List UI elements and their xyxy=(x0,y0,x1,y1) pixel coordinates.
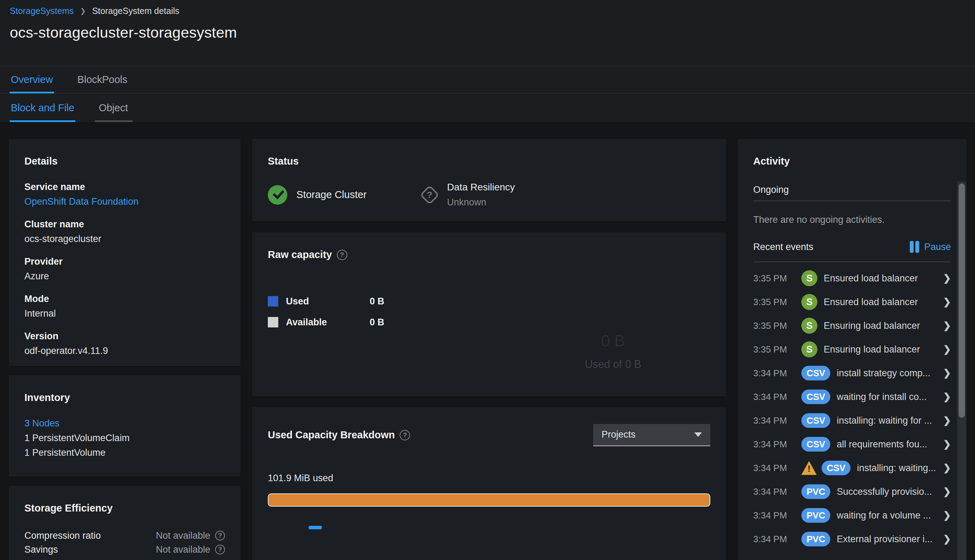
detail-label-cluster-name: Cluster name xyxy=(24,219,225,230)
used-capacity-text: 101.9 MiB used xyxy=(268,473,710,483)
event-message: installing: waiting... xyxy=(857,463,936,473)
inventory-title: Inventory xyxy=(24,392,225,403)
event-message: waiting for install co... xyxy=(837,392,927,402)
event-message: Ensuring load balancer xyxy=(824,320,920,331)
event-row[interactable]: 3:34 PM ! CSV installing: waiting... ❯ xyxy=(753,456,951,480)
source-badge-csv: CSV xyxy=(801,390,830,404)
chevron-right-icon[interactable]: ❯ xyxy=(939,486,951,497)
source-badge-s: S xyxy=(801,270,817,286)
tab-block-and-file[interactable]: Block and File xyxy=(10,93,75,122)
event-row[interactable]: 3:35 PM S Ensuring load balancer ❯ xyxy=(753,314,951,338)
inventory-pv: 1 PersistentVolume xyxy=(24,445,225,460)
breadcrumb-current: StorageSystem details xyxy=(92,6,179,16)
event-time: 3:34 PM xyxy=(753,368,801,379)
activity-title: Activity xyxy=(753,155,951,167)
event-row[interactable]: 3:34 PM CSV waiting for install co... ❯ xyxy=(753,385,951,409)
event-time: 3:35 PM xyxy=(753,273,801,284)
event-time: 3:34 PM xyxy=(753,439,801,450)
event-row[interactable]: 3:34 PM PVC Successfully provisio... ❯ xyxy=(753,480,951,503)
event-message: Ensured load balancer xyxy=(824,273,918,284)
event-row[interactable]: 3:34 PM CSV installing: waiting for ... … xyxy=(753,409,951,432)
event-time: 3:34 PM xyxy=(753,392,801,402)
chevron-right-icon[interactable]: ❯ xyxy=(939,297,951,308)
data-resiliency-label: Data Resiliency xyxy=(447,182,515,193)
tab-object[interactable]: Object xyxy=(98,93,129,122)
page-title: ocs-storagecluster-storagesystem xyxy=(10,24,975,41)
chevron-right-icon[interactable]: ❯ xyxy=(939,391,951,402)
status-item-data-resiliency: ? Data Resiliency Unknown xyxy=(421,182,515,208)
used-label: Used xyxy=(286,296,370,307)
breakdown-by-dropdown[interactable]: Projects xyxy=(593,424,710,446)
chevron-right-icon[interactable]: ❯ xyxy=(939,368,951,379)
legend-row-used: Used 0 B xyxy=(268,295,710,307)
breadcrumb-link-storagesystems[interactable]: StorageSystems xyxy=(10,6,73,16)
tab-overview[interactable]: Overview xyxy=(10,66,54,93)
detail-label-version: Version xyxy=(24,331,225,342)
detail-value-mode: Internal xyxy=(24,308,225,319)
detail-value-version: odf-operator.v4.11.9 xyxy=(24,345,225,357)
pause-label: Pause xyxy=(924,242,951,252)
inventory-pvc: 1 PersistentVolumeClaim xyxy=(24,431,225,445)
help-icon[interactable]: ? xyxy=(215,531,225,540)
pause-button[interactable]: Pause xyxy=(910,241,951,253)
ongoing-section-title: Ongoing xyxy=(753,184,951,196)
event-time: 3:35 PM xyxy=(753,297,801,308)
help-icon[interactable]: ? xyxy=(400,430,410,440)
used-swatch xyxy=(268,296,278,307)
available-value: 0 B xyxy=(370,317,384,328)
recent-events-title: Recent events xyxy=(753,242,813,252)
event-row[interactable]: 3:35 PM S Ensured load balancer ❯ xyxy=(753,290,951,314)
help-icon[interactable]: ? xyxy=(215,545,225,554)
source-badge-csv: CSV xyxy=(822,461,850,475)
capacity-bar xyxy=(268,493,710,507)
clipped-legend-item xyxy=(308,526,322,529)
breadcrumb-chevron-icon: ❯ xyxy=(80,6,86,16)
event-message: installing: waiting for ... xyxy=(837,415,932,426)
chevron-down-icon xyxy=(694,432,702,437)
source-badge-s: S xyxy=(801,318,817,334)
event-message: install strategy comp... xyxy=(837,368,930,379)
event-message: External provisioner i... xyxy=(837,534,932,545)
breadcrumb: StorageSystems ❯ StorageSystem details xyxy=(10,6,975,16)
event-message: Successfully provisio... xyxy=(837,487,932,497)
event-row[interactable]: 3:34 PM PVC External provisioner i... ❯ xyxy=(753,527,951,551)
compression-ratio-value: Not available xyxy=(156,530,210,541)
help-icon[interactable]: ? xyxy=(337,250,347,260)
event-time: 3:35 PM xyxy=(753,344,801,355)
event-row[interactable]: 3:34 PM PVC waiting for a volume ... ❯ xyxy=(753,503,951,527)
chevron-right-icon[interactable]: ❯ xyxy=(939,439,951,450)
chevron-right-icon[interactable]: ❯ xyxy=(939,344,951,355)
source-badge-csv: CSV xyxy=(801,413,830,428)
source-badge-csv: CSV xyxy=(801,437,830,452)
status-item-storage-cluster: Storage Cluster xyxy=(268,185,421,205)
unknown-question-icon: ? xyxy=(420,185,440,205)
source-badge-csv: CSV xyxy=(801,366,830,380)
chevron-right-icon[interactable]: ❯ xyxy=(939,415,951,426)
source-badge-s: S xyxy=(801,294,817,310)
details-title: Details xyxy=(24,155,225,167)
detail-value-cluster-name: ocs-storagecluster xyxy=(24,233,225,245)
chevron-right-icon[interactable]: ❯ xyxy=(939,273,951,284)
secondary-tabs: Block and File Object xyxy=(0,93,975,122)
inventory-nodes-link[interactable]: 3 Nodes xyxy=(24,416,225,431)
inventory-card: Inventory 3 Nodes 1 PersistentVolumeClai… xyxy=(9,375,241,477)
chevron-right-icon[interactable]: ❯ xyxy=(939,533,951,545)
activity-scrollbar[interactable] xyxy=(957,182,966,560)
chevron-right-icon[interactable]: ❯ xyxy=(939,510,951,521)
event-time: 3:34 PM xyxy=(753,534,801,545)
chevron-right-icon[interactable]: ❯ xyxy=(939,320,951,331)
event-row[interactable]: 3:35 PM S Ensured load balancer ❯ xyxy=(753,267,951,290)
storage-cluster-label: Storage Cluster xyxy=(297,189,367,200)
event-time: 3:34 PM xyxy=(753,415,801,426)
available-label: Available xyxy=(286,317,370,328)
event-row[interactable]: 3:34 PM CSV all requirements fou... ❯ xyxy=(753,432,951,456)
tab-blockpools[interactable]: BlockPools xyxy=(77,66,128,93)
donut-total-value: 0 B xyxy=(568,331,658,350)
event-row[interactable]: 3:35 PM S Ensuring load balancer ❯ xyxy=(753,338,951,361)
event-row[interactable]: 3:34 PM CSV install strategy comp... ❯ xyxy=(753,361,951,385)
detail-value-service-name-link[interactable]: OpenShift Data Foundation xyxy=(24,196,225,207)
chevron-right-icon[interactable]: ❯ xyxy=(939,462,951,473)
efficiency-row-compression: Compression ratio Not available ? xyxy=(24,528,225,543)
content-area: Details Service name OpenShift Data Foun… xyxy=(0,122,975,560)
scrollbar-thumb[interactable] xyxy=(958,183,965,418)
